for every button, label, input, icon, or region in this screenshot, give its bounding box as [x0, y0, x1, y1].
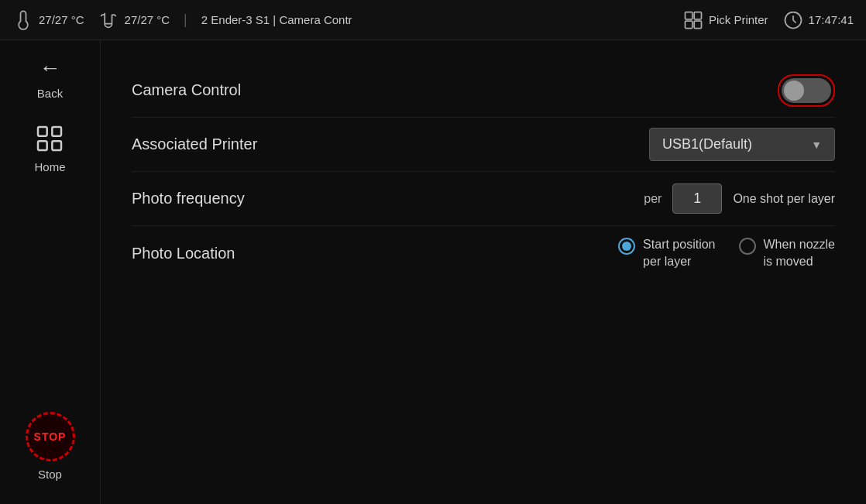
camera-control-row: Camera Control [132, 63, 835, 118]
sidebar: ← Back Home STOP Stop [0, 40, 101, 504]
toggle-knob [784, 81, 804, 101]
stop-label: Stop [38, 468, 62, 481]
dropdown-arrow-icon: ▼ [811, 139, 822, 151]
pick-printer-label: Pick Printer [709, 13, 768, 26]
svg-rect-6 [53, 127, 62, 136]
camera-control-control [364, 74, 835, 107]
temp1-status: 27/27 °C [12, 9, 84, 31]
per-label: per [644, 192, 662, 206]
pick-printer-icon [682, 9, 704, 31]
time-status: 17:47:41 [782, 9, 854, 31]
radio-option-nozzle[interactable]: When nozzleis moved [739, 236, 836, 271]
associated-printer-label: Associated Printer [132, 135, 364, 153]
photo-frequency-row: Photo frequency per One shot per layer [132, 172, 835, 226]
clock-icon [782, 9, 804, 31]
svg-rect-0 [685, 12, 692, 19]
svg-rect-1 [694, 12, 701, 19]
stop-button[interactable]: STOP Stop [26, 412, 75, 481]
radio-start-circle [618, 238, 635, 255]
printer-dropdown[interactable]: USB1(Default) ▼ [649, 128, 835, 161]
associated-printer-row: Associated Printer USB1(Default) ▼ [132, 118, 835, 172]
home-icon [34, 123, 65, 154]
printer-status: 2 Ender-3 S1 | Camera Contr [201, 13, 352, 26]
printer-label: 2 Ender-3 S1 | Camera Contr [201, 13, 352, 26]
status-bar-right: Pick Printer 17:47:41 [682, 9, 854, 31]
temp1-value: 27/27 °C [39, 13, 84, 26]
svg-rect-7 [38, 141, 47, 150]
stop-circle: STOP [26, 412, 75, 461]
photo-location-row: Photo Location Start positionper layer W… [132, 226, 835, 280]
svg-rect-8 [53, 141, 62, 150]
temp1-icon [12, 9, 34, 31]
radio-nozzle-label: When nozzleis moved [764, 236, 836, 271]
svg-rect-2 [685, 21, 692, 28]
svg-rect-3 [694, 21, 701, 28]
temp2-icon [98, 9, 120, 31]
radio-option-start[interactable]: Start positionper layer [618, 236, 715, 271]
time-value: 17:47:41 [809, 13, 854, 26]
main-layout: ← Back Home STOP Stop Camera Control [0, 40, 866, 504]
home-button[interactable]: Home [34, 123, 65, 173]
camera-control-label: Camera Control [132, 81, 364, 99]
photo-location-label: Photo Location [132, 245, 364, 262]
status-bar: 27/27 °C 27/27 °C | 2 Ender-3 S1 | Camer… [0, 0, 866, 40]
home-label: Home [34, 160, 65, 173]
svg-rect-5 [38, 127, 47, 136]
frequency-suffix: One shot per layer [733, 192, 835, 206]
radio-nozzle-circle [739, 238, 756, 255]
back-button[interactable]: ← Back [37, 56, 63, 100]
radio-start-label: Start positionper layer [643, 236, 715, 271]
radio-start-dot [622, 242, 631, 251]
camera-toggle-wrapper [778, 74, 835, 107]
photo-frequency-label: Photo frequency [132, 190, 364, 207]
content-area: Camera Control Associated Printer USB1(D… [101, 40, 866, 504]
photo-location-control: Start positionper layer When nozzleis mo… [364, 236, 835, 271]
status-divider-1: | [184, 12, 187, 28]
camera-toggle[interactable] [782, 78, 831, 103]
associated-printer-control: USB1(Default) ▼ [364, 128, 835, 161]
stop-text: STOP [34, 430, 67, 443]
radio-group: Start positionper layer When nozzleis mo… [618, 236, 835, 271]
temp2-value: 27/27 °C [125, 13, 170, 26]
back-icon: ← [39, 56, 60, 81]
frequency-input[interactable] [672, 183, 722, 214]
temp2-status: 27/27 °C [98, 9, 170, 31]
printer-dropdown-value: USB1(Default) [662, 136, 752, 153]
photo-frequency-control: per One shot per layer [364, 183, 835, 214]
pick-printer-status[interactable]: Pick Printer [682, 9, 768, 31]
back-label: Back [37, 87, 63, 100]
